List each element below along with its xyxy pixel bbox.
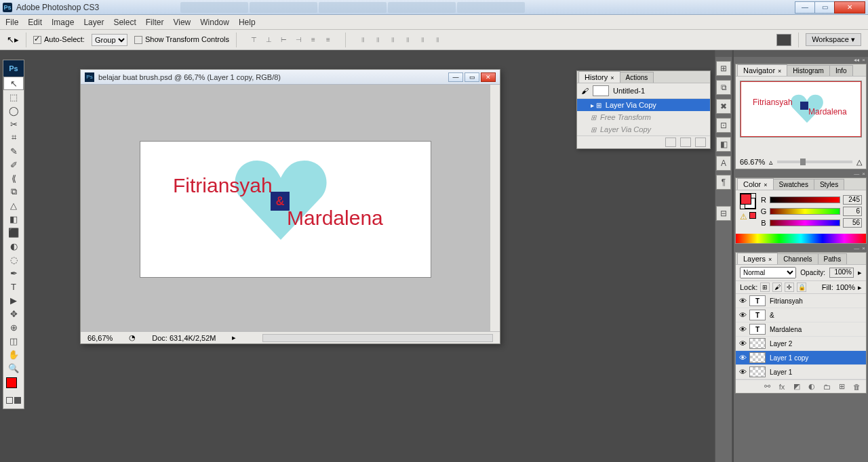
- panel-close-icon[interactable]: ×: [862, 245, 865, 251]
- menu-image[interactable]: Image: [52, 18, 74, 27]
- visibility-icon[interactable]: 👁: [736, 368, 749, 376]
- visibility-icon[interactable]: 👁: [736, 325, 749, 333]
- lasso-tool[interactable]: ◯: [3, 104, 24, 117]
- align-icon[interactable]: ⊣: [292, 34, 304, 46]
- color-ramp[interactable]: [736, 234, 866, 243]
- type-tool[interactable]: T: [3, 280, 24, 293]
- layer-style-icon[interactable]: fx: [776, 382, 787, 392]
- clock-icon[interactable]: ◔: [129, 333, 136, 342]
- align-icon[interactable]: ⊥: [262, 34, 275, 46]
- doc-close-button[interactable]: ✕: [481, 72, 496, 82]
- zoom-out-icon[interactable]: ▵: [769, 158, 773, 167]
- link-layers-icon[interactable]: ⚯: [762, 382, 772, 392]
- snapshot-name[interactable]: Untitled-1: [613, 87, 645, 95]
- new-layer-icon[interactable]: ⊞: [836, 382, 847, 392]
- minimize-button[interactable]: —: [795, 1, 815, 14]
- layer-mask-icon[interactable]: ◩: [791, 382, 802, 392]
- taskbar-tab[interactable]: [457, 2, 525, 13]
- opacity-arrow-icon[interactable]: ▸: [858, 268, 862, 277]
- doc-size[interactable]: Doc: 631,4K/2,52M: [152, 334, 216, 342]
- adjustment-layer-icon[interactable]: ◐: [806, 382, 817, 392]
- auto-select-dropdown[interactable]: Group: [92, 34, 127, 46]
- tab-paths[interactable]: Paths: [818, 253, 848, 264]
- layer-row[interactable]: 👁TMardalena: [736, 322, 866, 337]
- healing-tool[interactable]: ✐: [3, 158, 24, 171]
- taskbar-tab[interactable]: [180, 2, 248, 13]
- doc-minimize-button[interactable]: —: [448, 72, 463, 82]
- color-swatch[interactable]: [3, 375, 24, 392]
- tab-info[interactable]: Info: [829, 65, 853, 76]
- b-value[interactable]: 56: [843, 218, 862, 228]
- shape-tool[interactable]: ✥: [3, 307, 24, 320]
- color-swatch-fgbg[interactable]: [740, 193, 756, 209]
- align-icon[interactable]: ⊢: [277, 34, 290, 46]
- distribute-icon[interactable]: ⫴: [416, 34, 429, 46]
- quick-select-tool[interactable]: ✂: [3, 117, 24, 131]
- zoom-in-icon[interactable]: △: [856, 158, 862, 167]
- layer-row[interactable]: 👁Layer 1: [736, 365, 866, 379]
- opacity-input[interactable]: 100%: [829, 268, 854, 278]
- close-button[interactable]: ✕: [834, 1, 865, 14]
- visibility-icon[interactable]: 👁: [736, 354, 749, 362]
- lock-position-icon[interactable]: ✢: [785, 282, 794, 292]
- layer-row[interactable]: 👁T&: [736, 308, 866, 322]
- stamp-tool[interactable]: ⧉: [3, 185, 24, 198]
- blend-mode-dropdown[interactable]: Normal: [740, 267, 796, 278]
- dock-channels-icon[interactable]: ◧: [716, 137, 731, 152]
- new-group-icon[interactable]: 🗀: [821, 382, 832, 392]
- tab-swatches[interactable]: Swatches: [773, 179, 814, 190]
- menu-help[interactable]: Help: [239, 18, 256, 27]
- visibility-icon[interactable]: 👁: [736, 311, 749, 319]
- layer-row[interactable]: 👁Layer 2: [736, 337, 866, 351]
- visibility-icon[interactable]: 👁: [736, 297, 749, 305]
- statusbar-arrow-icon[interactable]: ▸: [232, 333, 236, 342]
- tab-histogram[interactable]: Histogram: [787, 65, 830, 76]
- dock-character-icon[interactable]: A: [716, 156, 731, 171]
- fill-arrow-icon[interactable]: ▸: [858, 283, 862, 292]
- history-row[interactable]: ⊞ Free Transform: [577, 111, 710, 123]
- workspace-dropdown[interactable]: Workspace ▾: [806, 33, 861, 46]
- dock-paragraph-icon[interactable]: ¶: [716, 175, 731, 190]
- tab-history[interactable]: History×: [578, 71, 620, 83]
- history-brush-tool[interactable]: △: [3, 198, 24, 212]
- menu-layer[interactable]: Layer: [83, 18, 104, 27]
- path-select-tool[interactable]: ▶: [3, 293, 24, 307]
- taskbar-tab[interactable]: [250, 2, 317, 13]
- history-row[interactable]: ▸ ⊞ Layer Via Copy: [577, 99, 710, 111]
- move-tool-icon[interactable]: ↖▸: [7, 35, 19, 45]
- lock-transparency-icon[interactable]: ⊞: [760, 282, 770, 292]
- distribute-icon[interactable]: ⫴: [387, 34, 399, 46]
- taskbar-tab[interactable]: [319, 2, 387, 13]
- distribute-icon[interactable]: ⫴: [431, 34, 443, 46]
- collapse-icon[interactable]: —: [854, 245, 859, 251]
- go-to-bridge-button[interactable]: [776, 34, 791, 46]
- nav-zoom-value[interactable]: 66.67%: [740, 158, 765, 166]
- show-transform-checkbox[interactable]: Show Transform Controls: [134, 35, 229, 44]
- pen-tool[interactable]: ✒: [3, 266, 24, 280]
- dock-tool-presets-icon[interactable]: ✖: [716, 99, 731, 114]
- dock-brushes-icon[interactable]: ⊞: [716, 61, 731, 76]
- layer-row[interactable]: 👁Layer 1 copy: [736, 351, 866, 365]
- zoom-tool[interactable]: 🔍: [3, 361, 24, 375]
- dock-layer-comps-icon[interactable]: ⊡: [716, 118, 731, 133]
- tab-navigator[interactable]: Navigator×: [737, 64, 787, 76]
- snapshot-brush-icon[interactable]: 🖌: [581, 87, 589, 95]
- snapshot-thumb[interactable]: [593, 85, 609, 96]
- horizontal-scrollbar[interactable]: [262, 334, 493, 342]
- menu-select[interactable]: Select: [113, 18, 136, 27]
- canvas-area[interactable]: Fitriansyah & Mardalena: [81, 85, 500, 331]
- taskbar-tab[interactable]: [388, 2, 456, 13]
- crop-tool[interactable]: ⌗: [3, 131, 24, 144]
- align-icon[interactable]: ≡: [307, 34, 319, 46]
- distribute-icon[interactable]: ⫴: [372, 34, 384, 46]
- navigator-preview[interactable]: Fitriansyah Mardalena: [740, 81, 862, 138]
- align-icon[interactable]: ⊤: [248, 34, 260, 46]
- delete-layer-icon[interactable]: 🗑: [851, 382, 862, 392]
- fill-input[interactable]: 100%: [836, 283, 855, 291]
- tab-actions[interactable]: Actions: [620, 72, 654, 83]
- tab-channels[interactable]: Channels: [777, 253, 818, 264]
- move-tool[interactable]: ↖: [3, 77, 24, 90]
- history-row[interactable]: ⊞ Layer Via Copy: [577, 123, 710, 135]
- g-slider[interactable]: [770, 208, 840, 215]
- collapse-icon[interactable]: ◂◂: [854, 57, 859, 62]
